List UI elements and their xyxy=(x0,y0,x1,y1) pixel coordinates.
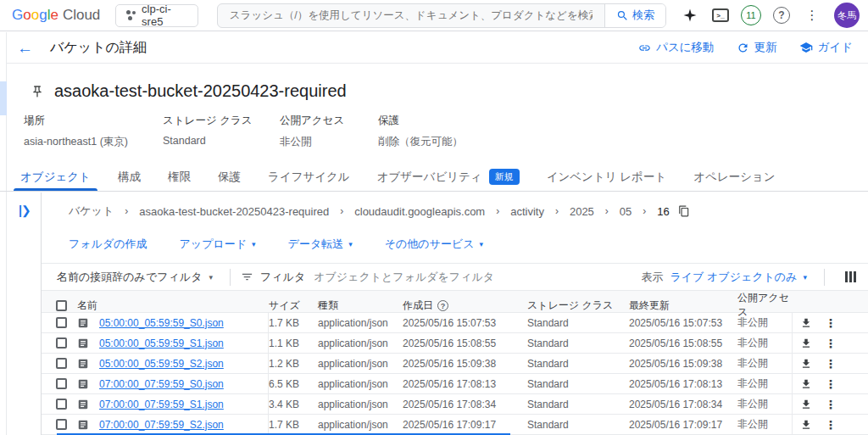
help-circle-icon[interactable]: ? xyxy=(437,300,448,311)
show-label: 表示 xyxy=(642,270,664,285)
upload-button[interactable]: アップロード▾ xyxy=(180,237,256,252)
avatar[interactable]: 冬馬 xyxy=(834,3,860,28)
col-storage-class[interactable]: ストレージ クラス xyxy=(527,298,629,313)
object-link[interactable]: 05:00:00_05:59:59_S2.json xyxy=(99,358,224,370)
cell-size: 6.5 KB xyxy=(269,378,318,390)
row-checkbox[interactable] xyxy=(56,358,67,369)
object-toolbar: フォルダの作成 アップロード▾ データ転送▾ その他のサービス▾ xyxy=(42,230,868,259)
download-icon[interactable] xyxy=(800,358,812,370)
col-name[interactable]: 名前 xyxy=(77,298,269,313)
gemini-sparkle-icon[interactable] xyxy=(678,3,702,27)
google-cloud-logo[interactable]: Google Cloud xyxy=(12,7,100,24)
col-updated[interactable]: 最終更新 xyxy=(629,298,737,313)
breadcrumb: バケット › asaoka-test-bucket-20250423-requi… xyxy=(42,192,868,230)
breadcrumb-year[interactable]: 2025 xyxy=(570,205,594,218)
row-checkbox[interactable] xyxy=(56,337,67,349)
breadcrumb-activity[interactable]: activity xyxy=(510,205,544,218)
row-menu-icon[interactable]: ⋮ xyxy=(820,337,842,350)
object-link[interactable]: 07:00:00_07:59:59_S0.json xyxy=(99,378,224,390)
search-button[interactable]: 検索 xyxy=(604,4,665,27)
pin-icon[interactable] xyxy=(31,85,44,98)
divider xyxy=(230,269,231,286)
refresh-button[interactable]: 更新 xyxy=(737,40,777,55)
object-link[interactable]: 05:00:00_05:59:59_S0.json xyxy=(99,317,224,329)
project-icon xyxy=(126,10,136,20)
table-row: 07:00:00_07:59:59_S2.json 1.7 KB applica… xyxy=(42,415,868,435)
cell-type: application/json xyxy=(318,399,403,410)
download-icon[interactable] xyxy=(800,337,812,349)
cell-public-access: 非公開 xyxy=(737,394,793,414)
breadcrumb-buckets[interactable]: バケット xyxy=(69,204,114,219)
tab-permissions[interactable]: 権限 xyxy=(154,163,204,191)
breadcrumb-bucket[interactable]: asaoka-test-bucket-20250423-required xyxy=(139,205,329,218)
column-display-icon[interactable] xyxy=(845,271,856,282)
cell-type: application/json xyxy=(318,419,403,431)
help-icon[interactable]: ? xyxy=(770,3,793,27)
tab-observability[interactable]: オブザーバビリティ 新規 xyxy=(364,163,533,191)
object-link[interactable]: 07:00:00_07:59:59_S1.json xyxy=(99,399,224,410)
breadcrumb-cloudaudit[interactable]: cloudaudit.googleapis.com xyxy=(354,205,485,218)
refresh-label: 更新 xyxy=(754,40,777,55)
object-link[interactable]: 07:00:00_07:59:59_S2.json xyxy=(99,419,224,431)
cell-size: 1.2 KB xyxy=(269,358,318,370)
col-created[interactable]: 作成日? xyxy=(403,298,527,313)
live-objects-dropdown[interactable]: ライブ オブジェクトのみ ▾ xyxy=(670,270,808,285)
notifications-badge[interactable]: 11 xyxy=(739,3,763,27)
project-name: clp-ci-sre5 xyxy=(142,3,187,28)
row-checkbox[interactable] xyxy=(56,317,67,328)
search-input[interactable] xyxy=(218,9,604,21)
nav-highlight xyxy=(0,81,7,115)
copy-path-icon[interactable] xyxy=(678,205,690,217)
download-icon[interactable] xyxy=(800,317,812,329)
table-row: 05:00:00_05:59:59_S1.json 1.1 KB applica… xyxy=(42,333,868,354)
tab-objects[interactable]: オブジェクト xyxy=(7,163,104,191)
filter-label: フィルタ xyxy=(260,270,305,285)
go-to-path-button[interactable]: パスに移動 xyxy=(638,40,714,55)
breadcrumb-month[interactable]: 05 xyxy=(620,205,632,218)
row-menu-icon[interactable]: ⋮ xyxy=(820,398,842,411)
back-button[interactable]: ← xyxy=(17,40,33,56)
select-all-checkbox[interactable] xyxy=(56,300,67,311)
transfer-data-button[interactable]: データ転送▾ xyxy=(288,237,353,252)
prefix-filter-dropdown[interactable]: 名前の接頭辞のみでフィルタ ▾ xyxy=(50,270,220,285)
file-icon xyxy=(77,378,89,390)
divider xyxy=(824,269,825,286)
create-folder-button[interactable]: フォルダの作成 xyxy=(69,237,147,252)
download-icon[interactable] xyxy=(800,399,812,410)
bucket-details-page: Google Cloud clp-ci-sre5 検索 >_ 11 ? ⋮ 冬馬 xyxy=(0,0,868,435)
table-row: 05:00:00_05:59:59_S2.json 1.2 KB applica… xyxy=(42,354,868,374)
cell-created: 2025/05/16 15:09:38 xyxy=(403,358,527,370)
cell-type: application/json xyxy=(318,358,403,370)
project-selector[interactable]: clp-ci-sre5 xyxy=(115,4,198,27)
chevron-down-icon: ▾ xyxy=(803,273,807,282)
filter-input[interactable]: オブジェクトとフォルダをフィルタ xyxy=(314,270,494,285)
meta-public-access: 公開アクセス 非公開 xyxy=(280,114,356,149)
download-icon[interactable] xyxy=(800,419,812,431)
col-type[interactable]: 種類 xyxy=(318,298,403,313)
chevron-down-icon: ▾ xyxy=(480,240,484,248)
guide-label: ガイド xyxy=(818,40,853,55)
search-bar[interactable]: 検索 xyxy=(217,3,666,28)
row-checkbox[interactable] xyxy=(56,419,67,430)
filter-icon xyxy=(241,270,253,283)
tab-operations[interactable]: オペレーション xyxy=(680,163,788,191)
tab-lifecycle[interactable]: ライフサイクル xyxy=(254,163,364,191)
row-menu-icon[interactable]: ⋮ xyxy=(820,418,842,432)
guide-button[interactable]: ガイド xyxy=(799,40,853,55)
row-checkbox[interactable] xyxy=(56,399,67,410)
col-size[interactable]: サイズ xyxy=(269,298,318,313)
tab-inventory-reports[interactable]: インベントリ レポート xyxy=(533,163,681,191)
row-checkbox[interactable] xyxy=(56,378,67,389)
expand-panel-icon[interactable]: |❯ xyxy=(19,204,31,217)
more-options-icon[interactable]: ⋮ xyxy=(800,3,824,27)
row-menu-icon[interactable]: ⋮ xyxy=(820,357,842,371)
tab-configuration[interactable]: 構成 xyxy=(104,163,154,191)
row-menu-icon[interactable]: ⋮ xyxy=(820,316,842,330)
other-services-button[interactable]: その他のサービス▾ xyxy=(385,237,483,252)
object-link[interactable]: 05:00:00_05:59:59_S1.json xyxy=(99,337,224,349)
download-icon[interactable] xyxy=(800,378,812,390)
breadcrumb-day: 16 xyxy=(657,205,669,218)
tab-protection[interactable]: 保護 xyxy=(204,163,254,191)
row-menu-icon[interactable]: ⋮ xyxy=(820,377,842,391)
cloud-shell-icon[interactable]: >_ xyxy=(709,3,732,27)
